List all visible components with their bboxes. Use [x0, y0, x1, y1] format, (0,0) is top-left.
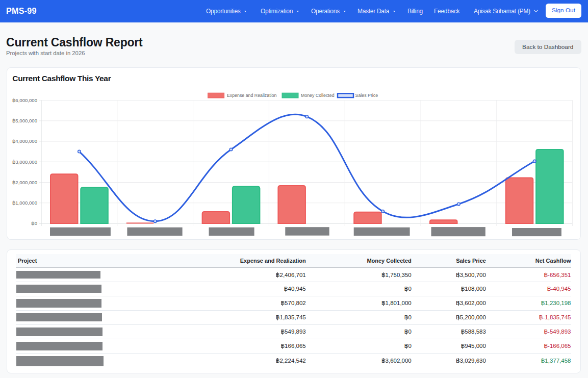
svg-text:B5,000,000: B5,000,000 — [12, 118, 37, 123]
svg-text:B1,000,000: B1,000,000 — [12, 200, 37, 206]
svg-text:B2,000,000: B2,000,000 — [12, 180, 37, 185]
svg-text:B6,000,000: B6,000,000 — [12, 97, 37, 103]
svg-text:B0: B0 — [31, 220, 37, 226]
svg-text:Sales Price: Sales Price — [355, 93, 378, 98]
svg-text:Expense and Realization: Expense and Realization — [227, 93, 276, 98]
svg-text:B4,000,000: B4,000,000 — [12, 138, 37, 144]
svg-text:Money Collected: Money Collected — [301, 93, 335, 98]
svg-text:B3,000,000: B3,000,000 — [12, 159, 37, 165]
